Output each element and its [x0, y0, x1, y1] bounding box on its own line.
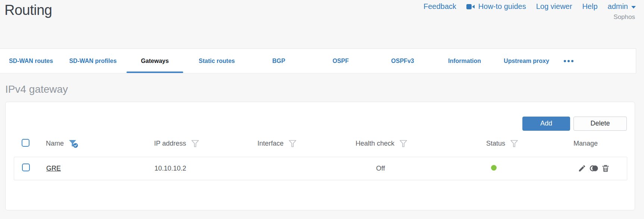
help-link[interactable]: Help [582, 2, 597, 11]
header-links: Feedback How-to guides Log viewer Help a… [423, 2, 636, 11]
clone-icon[interactable] [590, 164, 598, 172]
brand-text: Sophos [423, 13, 636, 21]
edit-icon[interactable] [578, 164, 586, 172]
how-to-guides-label: How-to guides [478, 2, 526, 11]
health-check-cell: Off [356, 165, 487, 172]
column-header-manage: Manage [573, 140, 598, 147]
gateway-name-link[interactable]: GRE [46, 165, 61, 172]
feedback-link[interactable]: Feedback [423, 2, 456, 11]
filter-funnel-icon[interactable] [510, 140, 518, 147]
tab-sd-wan-profiles[interactable]: SD-WAN profiles [62, 49, 124, 73]
select-all-checkbox[interactable] [22, 139, 29, 147]
page-header: Routing Feedback How-to guides Log viewe… [0, 0, 644, 48]
log-viewer-link[interactable]: Log viewer [536, 2, 572, 11]
filter-funnel-icon[interactable] [191, 140, 199, 147]
how-to-guides-link[interactable]: How-to guides [466, 2, 526, 11]
filter-funnel-icon-active[interactable] [69, 139, 79, 148]
video-camera-icon [466, 4, 475, 10]
header-right: Feedback How-to guides Log viewer Help a… [423, 2, 636, 21]
tab-ospfv3[interactable]: OSPFv3 [372, 49, 434, 73]
tab-bgp[interactable]: BGP [248, 49, 310, 73]
tab-gateways[interactable]: Gateways [124, 49, 186, 73]
column-header-health-check[interactable]: Health check [356, 140, 394, 147]
status-dot [491, 165, 497, 171]
column-header-interface[interactable]: Interface [257, 140, 284, 147]
delete-button[interactable]: Delete [573, 117, 627, 131]
section-title: IPv4 gateway [5, 83, 635, 96]
row-checkbox[interactable] [22, 164, 30, 171]
tab-upstream-proxy[interactable]: Upstream proxy [495, 49, 557, 73]
tab-information[interactable]: Information [434, 49, 495, 73]
table-row: GRE 10.10.10.2 Off [14, 157, 627, 180]
filter-funnel-icon[interactable] [399, 140, 407, 147]
admin-menu[interactable]: admin [608, 2, 636, 11]
ellipsis-icon [564, 60, 566, 62]
ipv4-gateway-panel: Add Delete Name IP address [5, 102, 635, 210]
column-header-name[interactable]: Name [46, 140, 64, 147]
page-title: Routing [4, 2, 52, 18]
filter-funnel-icon[interactable] [288, 140, 297, 147]
main-content: IPv4 gateway Add Delete Name IP address [0, 83, 644, 210]
column-header-status[interactable]: Status [486, 140, 505, 147]
ip-address-cell: 10.10.10.2 [154, 165, 258, 172]
ellipsis-icon [571, 60, 573, 62]
tab-bar: SD-WAN routes SD-WAN profiles Gateways S… [0, 48, 636, 73]
admin-label: admin [608, 2, 628, 11]
manage-cell [574, 164, 627, 172]
ellipsis-icon [568, 60, 570, 62]
chevron-down-icon [631, 6, 636, 9]
delete-icon[interactable] [601, 164, 610, 172]
panel-toolbar: Add Delete [6, 102, 635, 131]
tab-sd-wan-routes[interactable]: SD-WAN routes [0, 49, 62, 73]
more-tabs-button[interactable] [557, 49, 580, 73]
add-button[interactable]: Add [522, 117, 570, 131]
tab-ospf[interactable]: OSPF [310, 49, 372, 73]
table-header: Name IP address Interfac [6, 131, 635, 157]
column-header-ip-address[interactable]: IP address [154, 140, 186, 147]
tab-static-routes[interactable]: Static routes [186, 49, 248, 73]
